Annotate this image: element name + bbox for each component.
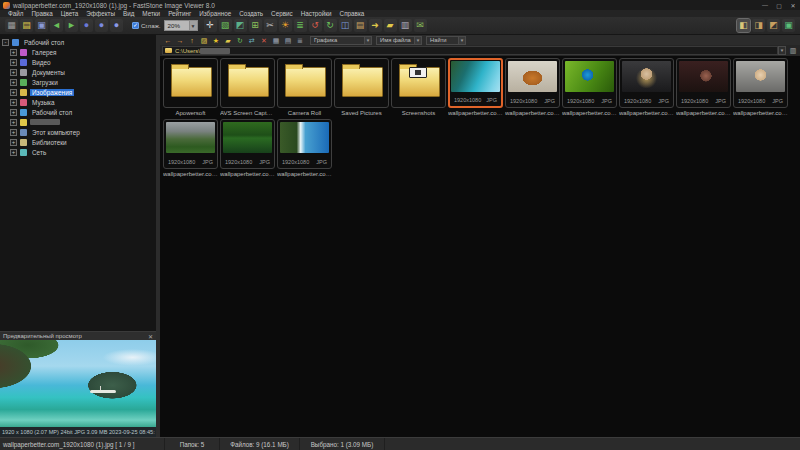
menu-item-Справка[interactable]: Справка	[336, 10, 369, 17]
tree-item-video[interactable]: +Видео	[0, 57, 156, 67]
tree-item-network[interactable]: +Сеть	[0, 147, 156, 157]
new-folder-icon[interactable]: ▨	[199, 36, 209, 45]
image-thumbnail-card[interactable]: 1920x1080JPG	[505, 58, 560, 108]
resize-icon[interactable]: ⊞	[249, 19, 262, 32]
search-combobox[interactable]: Найти▼	[426, 36, 466, 45]
folder-thumbnail-card[interactable]	[391, 58, 446, 108]
sync-icon[interactable]: ⇄	[247, 36, 257, 45]
address-field[interactable]: C:\Users\	[162, 46, 778, 55]
folder-icon[interactable]: ▰	[384, 19, 397, 32]
tree-expand-icon[interactable]: -	[2, 39, 9, 46]
zoom-combobox[interactable]: 20% ▼	[164, 20, 198, 31]
folder-thumbnail-card[interactable]	[163, 58, 218, 108]
hand-tool-icon[interactable]: ✛	[204, 19, 217, 32]
image-thumbnail-card[interactable]: 1920x1080JPG	[619, 58, 674, 108]
rotate-left-icon[interactable]: ↺	[309, 19, 322, 32]
folder-thumbnail[interactable]: AVS Screen Capture	[220, 58, 275, 116]
folder-tree-icon[interactable]: ▰	[223, 36, 233, 45]
fullscreen-icon[interactable]: ▣	[782, 19, 795, 32]
image-thumbnail[interactable]: 1920x1080JPGwallpaperbetter.com...	[676, 58, 731, 116]
tree-item-documents[interactable]: +Документы	[0, 67, 156, 77]
tree-expand-icon[interactable]: +	[10, 129, 17, 136]
image-thumbnail-card[interactable]: 1920x1080JPG	[562, 58, 617, 108]
preview-close-icon[interactable]: ✕	[148, 333, 153, 340]
folder-thumbnail-card[interactable]	[334, 58, 389, 108]
menu-item-Файл[interactable]: Файл	[4, 10, 27, 17]
filter-combobox[interactable]: Графика▼	[310, 36, 372, 45]
tree-expand-icon[interactable]: +	[10, 49, 17, 56]
open-file-icon[interactable]: ▤	[20, 19, 33, 32]
smooth-checkbox[interactable]: ✓ Сглаж.	[132, 22, 161, 29]
compare-icon[interactable]: ◫	[339, 19, 352, 32]
address-dropdown-icon[interactable]: ▼	[778, 46, 786, 55]
favorites-icon[interactable]: ★	[211, 36, 221, 45]
folder-thumbnail-card[interactable]	[220, 58, 275, 108]
adjust-colors-icon[interactable]: ☀	[279, 19, 292, 32]
tree-item-user-folder[interactable]: +	[0, 117, 156, 127]
up-folder-icon[interactable]: ↑	[187, 36, 197, 45]
refresh-icon[interactable]: ↻	[235, 36, 245, 45]
maximize-button[interactable]: ▢	[772, 0, 786, 10]
folder-thumbnail-card[interactable]	[277, 58, 332, 108]
folder-thumbnail[interactable]: Screenshots	[391, 58, 446, 116]
tree-item-downloads[interactable]: +Загрузки	[0, 77, 156, 87]
filter-combobox-dropdown-icon[interactable]: ▼	[364, 37, 371, 44]
capture-icon[interactable]: ◩	[234, 19, 247, 32]
folder-thumbnail[interactable]: Saved Pictures	[334, 58, 389, 116]
view-details-icon[interactable]: ▤	[283, 36, 293, 45]
image-thumbnail[interactable]: 1920x1080JPGwallpaperbetter.com...	[277, 119, 332, 177]
print-icon[interactable]: ▥	[399, 19, 412, 32]
image-thumbnail-card[interactable]: 1920x1080JPG	[733, 58, 788, 108]
image-thumbnail[interactable]: 1920x1080JPGwallpaperbetter.com...	[562, 58, 617, 116]
image-thumbnail-card[interactable]: 1920x1080JPG	[163, 119, 218, 169]
forward-icon[interactable]: →	[175, 36, 185, 45]
preview-image[interactable]	[0, 340, 156, 427]
zoom-in-icon[interactable]: ●	[95, 19, 108, 32]
next-image-icon[interactable]: ►	[65, 19, 78, 32]
image-thumbnail-card[interactable]: 1920x1080JPG	[220, 119, 275, 169]
image-thumbnail[interactable]: 1920x1080JPGwallpaperbetter.com...	[448, 58, 503, 116]
menu-item-Правка[interactable]: Правка	[27, 10, 56, 17]
menu-item-Вид[interactable]: Вид	[119, 10, 138, 17]
delete-icon[interactable]: ✕	[259, 36, 269, 45]
draw-board-icon[interactable]: ▧	[219, 19, 232, 32]
tree-item-desktop[interactable]: +Рабочий стол	[0, 107, 156, 117]
image-thumbnail[interactable]: 1920x1080JPGwallpaperbetter.com...	[733, 58, 788, 116]
search-combobox-dropdown-icon[interactable]: ▼	[458, 37, 465, 44]
tree-expand-icon[interactable]: +	[10, 79, 17, 86]
image-thumbnail[interactable]: 1920x1080JPGwallpaperbetter.com...	[505, 58, 560, 116]
browser-mode-icon[interactable]: ▦	[5, 19, 18, 32]
sort-combobox[interactable]: Имя файла▼	[376, 36, 422, 45]
back-icon[interactable]: ←	[163, 36, 173, 45]
image-thumbnail[interactable]: 1920x1080JPGwallpaperbetter.com...	[163, 119, 218, 177]
layout-windowed-icon[interactable]: ◨	[752, 19, 765, 32]
tree-item-music[interactable]: +Музыка	[0, 97, 156, 107]
menu-item-Избранное[interactable]: Избранное	[195, 10, 235, 17]
tree-item-desktop-root[interactable]: -Рабочий стол	[0, 37, 156, 47]
image-thumbnail[interactable]: 1920x1080JPGwallpaperbetter.com...	[619, 58, 674, 116]
crop-icon[interactable]: ✂	[264, 19, 277, 32]
image-thumbnail-card[interactable]: 1920x1080JPG	[448, 58, 503, 108]
tree-item-gallery[interactable]: +Галерея	[0, 47, 156, 57]
recycle-bin-icon[interactable]: ▥	[788, 46, 798, 55]
tree-expand-icon[interactable]: +	[10, 109, 17, 116]
tree-expand-icon[interactable]: +	[10, 89, 17, 96]
menu-item-Эффекты[interactable]: Эффекты	[82, 10, 119, 17]
tree-item-pictures[interactable]: +Изображения	[0, 87, 156, 97]
copy-to-folder-icon[interactable]: ▤	[354, 19, 367, 32]
tree-expand-icon[interactable]: +	[10, 139, 17, 146]
menu-item-Метки[interactable]: Метки	[138, 10, 164, 17]
menu-item-Настройки[interactable]: Настройки	[297, 10, 336, 17]
zoom-out-icon[interactable]: ●	[80, 19, 93, 32]
image-thumbnail-card[interactable]: 1920x1080JPG	[277, 119, 332, 169]
email-icon[interactable]: ✉	[414, 19, 427, 32]
tree-item-libraries[interactable]: +Библиотеки	[0, 137, 156, 147]
folder-thumbnail[interactable]: Apowersoft	[163, 58, 218, 116]
menu-item-Сервис[interactable]: Сервис	[267, 10, 297, 17]
tree-expand-icon[interactable]: +	[10, 69, 17, 76]
view-list-icon[interactable]: ≣	[295, 36, 305, 45]
tree-expand-icon[interactable]: +	[10, 149, 17, 156]
view-thumbnails-icon[interactable]: ▦	[271, 36, 281, 45]
layout-browser-icon[interactable]: ◧	[737, 19, 750, 32]
menu-item-Создать[interactable]: Создать	[235, 10, 267, 17]
